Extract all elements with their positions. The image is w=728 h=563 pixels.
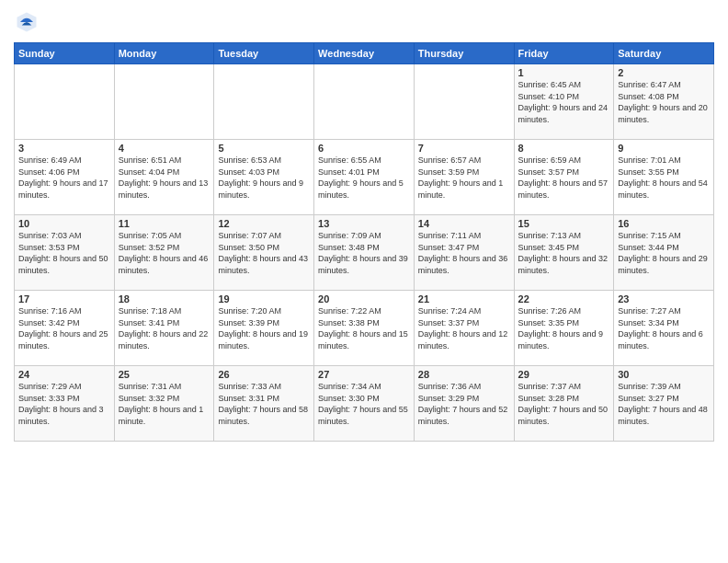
day-info: Sunrise: 7:26 AM Sunset: 3:35 PM Dayligh…: [518, 305, 610, 351]
header: [14, 9, 714, 35]
calendar-body: 1Sunrise: 6:45 AM Sunset: 4:10 PM Daylig…: [15, 64, 714, 442]
day-cell: 30Sunrise: 7:39 AM Sunset: 3:27 PM Dayli…: [614, 366, 714, 442]
day-info: Sunrise: 7:05 AM Sunset: 3:52 PM Dayligh…: [119, 230, 210, 276]
day-cell: 7Sunrise: 6:57 AM Sunset: 3:59 PM Daylig…: [414, 140, 514, 215]
day-number: 30: [618, 369, 710, 380]
week-row-1: 3Sunrise: 6:49 AM Sunset: 4:06 PM Daylig…: [15, 140, 714, 215]
day-info: Sunrise: 7:36 AM Sunset: 3:29 PM Dayligh…: [418, 381, 510, 427]
day-info: Sunrise: 7:16 AM Sunset: 3:42 PM Dayligh…: [18, 305, 110, 351]
day-info: Sunrise: 7:29 AM Sunset: 3:33 PM Dayligh…: [18, 381, 110, 427]
day-number: 18: [119, 293, 210, 304]
day-number: 15: [518, 218, 610, 229]
logo: [14, 9, 43, 35]
calendar: SundayMondayTuesdayWednesdayThursdayFrid…: [14, 42, 714, 442]
day-number: 20: [318, 293, 410, 304]
day-cell: [114, 64, 214, 140]
day-cell: 23Sunrise: 7:27 AM Sunset: 3:34 PM Dayli…: [614, 291, 714, 366]
day-number: 26: [218, 369, 310, 380]
day-number: 3: [18, 143, 110, 154]
day-number: 22: [518, 293, 610, 304]
day-info: Sunrise: 7:09 AM Sunset: 3:48 PM Dayligh…: [318, 230, 410, 276]
day-info: Sunrise: 7:31 AM Sunset: 3:32 PM Dayligh…: [119, 381, 210, 427]
day-number: 10: [18, 218, 110, 229]
day-info: Sunrise: 6:47 AM Sunset: 4:08 PM Dayligh…: [618, 79, 710, 125]
day-info: Sunrise: 6:57 AM Sunset: 3:59 PM Dayligh…: [418, 155, 510, 201]
day-cell: 16Sunrise: 7:15 AM Sunset: 3:44 PM Dayli…: [614, 215, 714, 291]
day-info: Sunrise: 7:07 AM Sunset: 3:50 PM Dayligh…: [218, 230, 310, 276]
day-number: 12: [218, 218, 310, 229]
day-cell: 22Sunrise: 7:26 AM Sunset: 3:35 PM Dayli…: [514, 291, 614, 366]
day-cell: 28Sunrise: 7:36 AM Sunset: 3:29 PM Dayli…: [414, 366, 514, 442]
day-cell: [314, 64, 415, 140]
day-number: 1: [518, 67, 610, 78]
header-sunday: Sunday: [15, 43, 115, 64]
day-cell: 10Sunrise: 7:03 AM Sunset: 3:53 PM Dayli…: [15, 215, 115, 291]
day-cell: 12Sunrise: 7:07 AM Sunset: 3:50 PM Dayli…: [214, 215, 314, 291]
day-cell: [15, 64, 115, 140]
day-info: Sunrise: 7:39 AM Sunset: 3:27 PM Dayligh…: [618, 381, 710, 427]
calendar-header: SundayMondayTuesdayWednesdayThursdayFrid…: [15, 43, 714, 64]
day-number: 28: [418, 369, 510, 380]
day-cell: 24Sunrise: 7:29 AM Sunset: 3:33 PM Dayli…: [15, 366, 115, 442]
day-cell: 25Sunrise: 7:31 AM Sunset: 3:32 PM Dayli…: [114, 366, 214, 442]
day-info: Sunrise: 7:18 AM Sunset: 3:41 PM Dayligh…: [119, 305, 210, 351]
header-monday: Monday: [114, 43, 214, 64]
day-cell: 27Sunrise: 7:34 AM Sunset: 3:30 PM Dayli…: [314, 366, 415, 442]
day-info: Sunrise: 7:22 AM Sunset: 3:38 PM Dayligh…: [318, 305, 410, 351]
day-number: 4: [119, 143, 210, 154]
day-cell: 3Sunrise: 6:49 AM Sunset: 4:06 PM Daylig…: [15, 140, 115, 215]
day-info: Sunrise: 7:13 AM Sunset: 3:45 PM Dayligh…: [518, 230, 610, 276]
header-saturday: Saturday: [614, 43, 714, 64]
day-number: 16: [618, 218, 710, 229]
day-number: 11: [119, 218, 210, 229]
day-info: Sunrise: 7:03 AM Sunset: 3:53 PM Dayligh…: [18, 230, 110, 276]
week-row-0: 1Sunrise: 6:45 AM Sunset: 4:10 PM Daylig…: [15, 64, 714, 140]
week-row-4: 24Sunrise: 7:29 AM Sunset: 3:33 PM Dayli…: [15, 366, 714, 442]
day-number: 9: [618, 143, 710, 154]
day-number: 6: [318, 143, 410, 154]
day-cell: 6Sunrise: 6:55 AM Sunset: 4:01 PM Daylig…: [314, 140, 415, 215]
header-friday: Friday: [514, 43, 614, 64]
day-cell: 29Sunrise: 7:37 AM Sunset: 3:28 PM Dayli…: [514, 366, 614, 442]
header-row: SundayMondayTuesdayWednesdayThursdayFrid…: [15, 43, 714, 64]
day-info: Sunrise: 7:33 AM Sunset: 3:31 PM Dayligh…: [218, 381, 310, 427]
day-cell: 14Sunrise: 7:11 AM Sunset: 3:47 PM Dayli…: [414, 215, 514, 291]
day-cell: 5Sunrise: 6:53 AM Sunset: 4:03 PM Daylig…: [214, 140, 314, 215]
day-info: Sunrise: 6:53 AM Sunset: 4:03 PM Dayligh…: [218, 155, 310, 201]
day-cell: 9Sunrise: 7:01 AM Sunset: 3:55 PM Daylig…: [614, 140, 714, 215]
day-info: Sunrise: 7:20 AM Sunset: 3:39 PM Dayligh…: [218, 305, 310, 351]
day-info: Sunrise: 6:45 AM Sunset: 4:10 PM Dayligh…: [518, 79, 610, 125]
page: SundayMondayTuesdayWednesdayThursdayFrid…: [0, 0, 728, 563]
day-cell: 21Sunrise: 7:24 AM Sunset: 3:37 PM Dayli…: [414, 291, 514, 366]
day-info: Sunrise: 6:49 AM Sunset: 4:06 PM Dayligh…: [18, 155, 110, 201]
day-cell: 17Sunrise: 7:16 AM Sunset: 3:42 PM Dayli…: [15, 291, 115, 366]
day-cell: 2Sunrise: 6:47 AM Sunset: 4:08 PM Daylig…: [614, 64, 714, 140]
day-info: Sunrise: 7:01 AM Sunset: 3:55 PM Dayligh…: [618, 155, 710, 201]
day-cell: 18Sunrise: 7:18 AM Sunset: 3:41 PM Dayli…: [114, 291, 214, 366]
day-number: 8: [518, 143, 610, 154]
day-cell: 1Sunrise: 6:45 AM Sunset: 4:10 PM Daylig…: [514, 64, 614, 140]
day-cell: 19Sunrise: 7:20 AM Sunset: 3:39 PM Dayli…: [214, 291, 314, 366]
day-info: Sunrise: 7:27 AM Sunset: 3:34 PM Dayligh…: [618, 305, 710, 351]
day-cell: 20Sunrise: 7:22 AM Sunset: 3:38 PM Dayli…: [314, 291, 415, 366]
day-number: 17: [18, 293, 110, 304]
day-info: Sunrise: 7:15 AM Sunset: 3:44 PM Dayligh…: [618, 230, 710, 276]
day-number: 25: [119, 369, 210, 380]
day-cell: 8Sunrise: 6:59 AM Sunset: 3:57 PM Daylig…: [514, 140, 614, 215]
day-cell: 26Sunrise: 7:33 AM Sunset: 3:31 PM Dayli…: [214, 366, 314, 442]
day-cell: [414, 64, 514, 140]
day-info: Sunrise: 7:11 AM Sunset: 3:47 PM Dayligh…: [418, 230, 510, 276]
header-tuesday: Tuesday: [214, 43, 314, 64]
header-wednesday: Wednesday: [314, 43, 415, 64]
day-cell: 15Sunrise: 7:13 AM Sunset: 3:45 PM Dayli…: [514, 215, 614, 291]
logo-icon: [14, 9, 40, 35]
day-number: 21: [418, 293, 510, 304]
day-cell: 11Sunrise: 7:05 AM Sunset: 3:52 PM Dayli…: [114, 215, 214, 291]
day-number: 24: [18, 369, 110, 380]
day-cell: [214, 64, 314, 140]
day-info: Sunrise: 7:24 AM Sunset: 3:37 PM Dayligh…: [418, 305, 510, 351]
day-number: 5: [218, 143, 310, 154]
header-thursday: Thursday: [414, 43, 514, 64]
day-cell: 4Sunrise: 6:51 AM Sunset: 4:04 PM Daylig…: [114, 140, 214, 215]
day-info: Sunrise: 6:59 AM Sunset: 3:57 PM Dayligh…: [518, 155, 610, 201]
